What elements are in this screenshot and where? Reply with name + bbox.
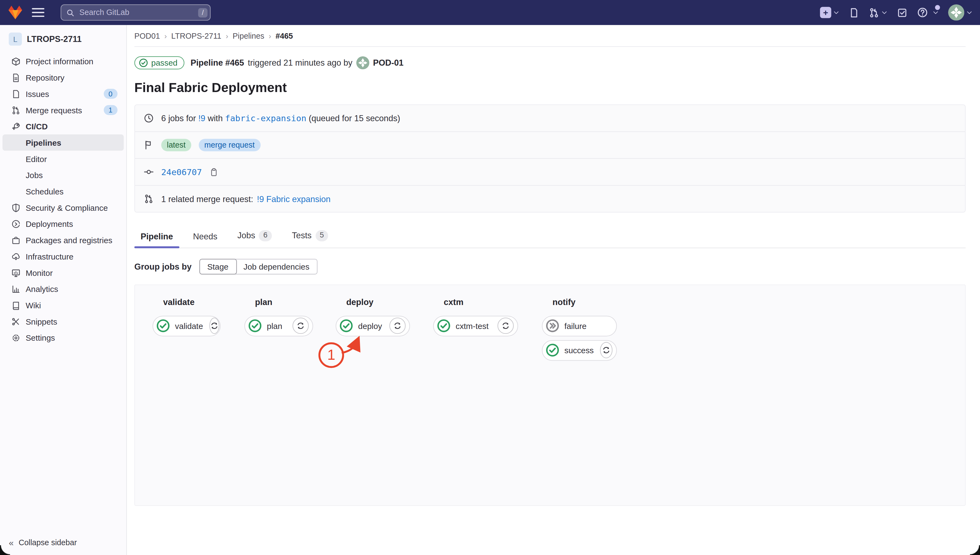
sidebar-item-merge-requests[interactable]: Merge requests 1 [2,102,123,118]
sidebar-item-wiki[interactable]: Wiki [2,297,123,313]
stage-validate: validate validate [152,285,221,336]
job-name: cxtm-test [456,321,490,330]
hamburger-menu-icon[interactable] [32,6,44,19]
breadcrumb-group[interactable]: POD01 [135,32,160,40]
jobs-info-row: 6 jobs for !9 with fabric-expansion (que… [135,105,965,132]
status-success-icon [437,319,451,333]
group-by-dependencies-button[interactable]: Job dependencies [236,259,317,274]
project-context-header[interactable]: L LTROPS-2711 [0,25,127,52]
sidebar-item-repository[interactable]: Repository [2,69,123,86]
window-corner-artifact [0,545,10,555]
sidebar-item-project-information[interactable]: Project information [2,53,123,69]
gitlab-logo-icon[interactable] [8,5,23,20]
pipeline-number: Pipeline #465 [191,58,244,67]
stage-name: validate [152,285,221,306]
retry-job-button[interactable] [600,342,613,358]
sidebar-item-deployments[interactable]: Deployments [2,216,123,232]
sidebar-item-editor[interactable]: Editor [2,151,123,167]
jobs-count-badge: 6 [259,230,272,241]
sidebar-item-issues[interactable]: Issues 0 [2,86,123,102]
divider [135,46,966,47]
job-success[interactable]: success [542,340,617,361]
notification-dot [935,5,940,10]
sidebar-item-infrastructure[interactable]: Infrastructure [2,248,123,265]
tab-jobs[interactable]: Jobs 6 [231,226,278,247]
tests-count-badge: 5 [315,230,328,241]
sidebar-item-label: Analytics [26,284,58,293]
job-plan[interactable]: plan [245,316,313,336]
search-bar[interactable]: / [61,4,211,21]
pipeline-graph: validate validate [135,284,966,506]
sidebar-item-label: Issues [26,89,49,98]
mr-link[interactable]: !9 [198,114,205,123]
tab-label: Tests [292,231,311,240]
merge-request-label-pill[interactable]: merge request [199,139,260,151]
chevron-down-icon [933,9,939,16]
sidebar-item-monitor[interactable]: Monitor [2,265,123,281]
sidebar-item-analytics[interactable]: Analytics [2,281,123,297]
sidebar-item-snippets[interactable]: Snippets [2,313,123,329]
sidebar-item-security-compliance[interactable]: Security & Compliance [2,199,123,216]
search-shortcut-key: / [198,8,208,17]
pipeline-tabs: Pipeline Needs Jobs 6 Tests 5 [135,226,966,248]
retry-job-button[interactable] [498,318,514,334]
pipeline-info-card: 6 jobs for !9 with fabric-expansion (que… [135,104,966,212]
issues-shortcut-button[interactable] [849,7,860,18]
job-failure[interactable]: failure [542,316,617,336]
package-icon [11,235,21,245]
breadcrumb-pipelines[interactable]: Pipelines [232,32,264,40]
merge-requests-count-badge: 1 [103,105,117,115]
sidebar-item-cicd[interactable]: CI/CD [2,118,123,135]
merge-request-icon [869,7,879,18]
copy-commit-button[interactable] [209,167,218,176]
labels-row: latest merge request [135,132,965,159]
sidebar-item-packages[interactable]: Packages and registries [2,232,123,249]
retry-job-button[interactable] [209,318,219,334]
search-input[interactable] [78,8,194,18]
breadcrumb-project[interactable]: LTROPS-2711 [171,32,221,40]
status-badge-label: passed [151,58,178,67]
todos-button[interactable] [897,7,908,18]
tab-needs[interactable]: Needs [187,228,224,247]
user-menu-button[interactable] [948,4,973,21]
job-cxtm-test[interactable]: cxtm-test [433,316,518,336]
gear-icon [11,333,21,342]
clock-icon [144,113,154,124]
project-icon [11,57,21,66]
new-menu-button[interactable]: + [820,7,839,18]
retry-job-button[interactable] [292,318,309,334]
status-success-icon [339,319,353,333]
sidebar-item-jobs[interactable]: Jobs [2,167,123,183]
triggerer-avatar[interactable] [356,56,369,69]
job-name: deploy [358,321,384,330]
related-mr-link[interactable]: !9 Fabric expansion [257,194,331,204]
stage-name: deploy [336,285,410,306]
job-validate[interactable]: validate [152,316,221,336]
sidebar-item-label: Deployments [26,219,73,228]
book-icon [11,300,21,310]
help-menu-button[interactable] [917,7,938,18]
stage-name: notify [542,285,617,306]
merge-requests-shortcut-button[interactable] [869,7,887,18]
deployments-icon [11,219,21,228]
pipeline-status-badge[interactable]: passed [135,56,184,69]
sidebar-item-pipelines[interactable]: Pipelines [2,135,123,151]
user-avatar [948,4,964,21]
plus-icon: + [820,7,831,18]
branch-link[interactable]: fabric-expansion [225,113,306,124]
todo-check-icon [897,7,908,18]
group-by-stage-button[interactable]: Stage [199,259,237,274]
collapse-sidebar-button[interactable]: « Collapse sidebar [0,530,127,555]
retry-job-button[interactable] [389,318,406,334]
commit-sha-link[interactable]: 24e06707 [161,167,202,177]
job-deploy[interactable]: deploy [336,316,410,336]
sidebar-item-schedules[interactable]: Schedules [2,183,123,200]
sidebar-item-label: Wiki [26,300,41,310]
related-mr-text: 1 related merge request: [161,194,253,204]
tab-pipeline[interactable]: Pipeline [135,228,179,247]
search-icon [66,8,74,17]
tab-tests[interactable]: Tests 5 [285,226,335,247]
triggerer-name[interactable]: POD-01 [373,58,404,67]
latest-label-pill[interactable]: latest [161,139,191,151]
sidebar-item-settings[interactable]: Settings [2,329,123,346]
